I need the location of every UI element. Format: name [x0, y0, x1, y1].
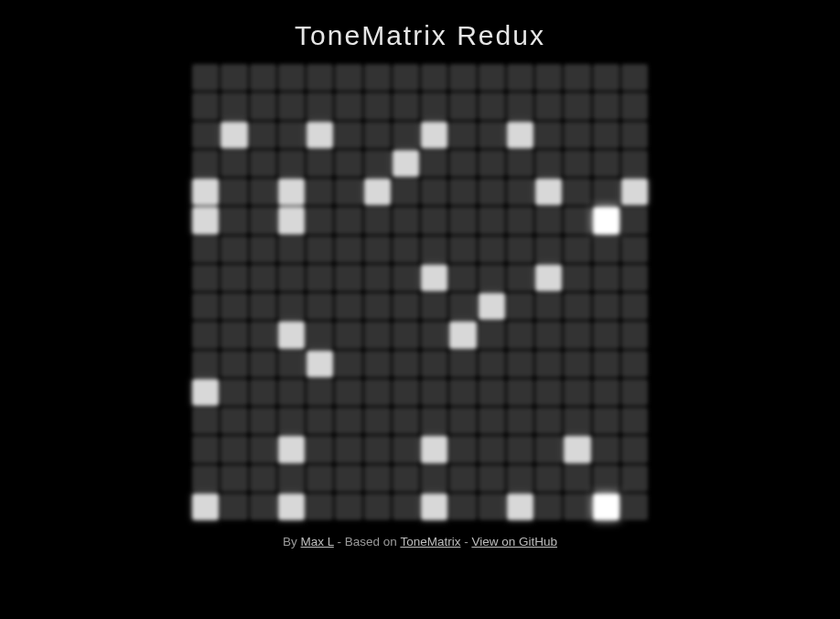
- matrix-cell[interactable]: [421, 494, 447, 520]
- matrix-cell[interactable]: [564, 407, 590, 434]
- matrix-cell[interactable]: [421, 179, 447, 205]
- matrix-cell[interactable]: [507, 379, 533, 406]
- matrix-cell[interactable]: [535, 150, 562, 177]
- matrix-cell[interactable]: [221, 407, 247, 434]
- matrix-cell[interactable]: [535, 293, 562, 320]
- matrix-cell[interactable]: [507, 122, 533, 148]
- matrix-cell[interactable]: [192, 207, 219, 233]
- matrix-cell[interactable]: [564, 379, 590, 406]
- matrix-cell[interactable]: [593, 494, 619, 520]
- matrix-cell[interactable]: [221, 379, 247, 406]
- matrix-cell[interactable]: [621, 64, 648, 91]
- matrix-cell[interactable]: [307, 293, 333, 320]
- matrix-cell[interactable]: [192, 465, 219, 492]
- matrix-cell[interactable]: [335, 179, 361, 205]
- matrix-cell[interactable]: [364, 494, 391, 520]
- matrix-cell[interactable]: [449, 293, 476, 320]
- matrix-cell[interactable]: [479, 179, 505, 205]
- matrix-cell[interactable]: [393, 407, 419, 434]
- matrix-cell[interactable]: [479, 150, 505, 177]
- matrix-cell[interactable]: [192, 150, 219, 177]
- matrix-cell[interactable]: [479, 236, 505, 263]
- matrix-cell[interactable]: [621, 436, 648, 462]
- matrix-cell[interactable]: [278, 407, 305, 434]
- matrix-cell[interactable]: [479, 379, 505, 406]
- matrix-cell[interactable]: [621, 407, 648, 434]
- matrix-cell[interactable]: [621, 122, 648, 148]
- matrix-cell[interactable]: [192, 351, 219, 377]
- matrix-cell[interactable]: [421, 150, 447, 177]
- matrix-cell[interactable]: [507, 92, 533, 119]
- matrix-cell[interactable]: [449, 64, 476, 91]
- matrix-cell[interactable]: [507, 64, 533, 91]
- matrix-cell[interactable]: [564, 122, 590, 148]
- matrix-cell[interactable]: [393, 293, 419, 320]
- matrix-cell[interactable]: [250, 64, 276, 91]
- matrix-cell[interactable]: [278, 293, 305, 320]
- matrix-cell[interactable]: [507, 207, 533, 233]
- matrix-cell[interactable]: [479, 436, 505, 462]
- matrix-cell[interactable]: [307, 207, 333, 233]
- matrix-cell[interactable]: [221, 92, 247, 119]
- matrix-cell[interactable]: [564, 321, 590, 348]
- matrix-cell[interactable]: [250, 465, 276, 492]
- matrix-cell[interactable]: [364, 407, 391, 434]
- matrix-cell[interactable]: [221, 64, 247, 91]
- matrix-cell[interactable]: [621, 236, 648, 263]
- matrix-cell[interactable]: [364, 379, 391, 406]
- matrix-cell[interactable]: [421, 321, 447, 348]
- matrix-cell[interactable]: [221, 321, 247, 348]
- matrix-cell[interactable]: [621, 207, 648, 233]
- matrix-cell[interactable]: [364, 207, 391, 233]
- matrix-cell[interactable]: [335, 293, 361, 320]
- matrix-cell[interactable]: [449, 207, 476, 233]
- matrix-cell[interactable]: [364, 465, 391, 492]
- matrix-cell[interactable]: [564, 179, 590, 205]
- matrix-cell[interactable]: [449, 379, 476, 406]
- matrix-cell[interactable]: [421, 465, 447, 492]
- matrix-cell[interactable]: [507, 436, 533, 462]
- matrix-cell[interactable]: [449, 351, 476, 377]
- matrix-cell[interactable]: [221, 236, 247, 263]
- matrix-cell[interactable]: [307, 92, 333, 119]
- matrix-cell[interactable]: [449, 265, 476, 291]
- matrix-cell[interactable]: [393, 92, 419, 119]
- matrix-cell[interactable]: [621, 92, 648, 119]
- matrix-cell[interactable]: [393, 379, 419, 406]
- matrix-cell[interactable]: [364, 293, 391, 320]
- matrix-cell[interactable]: [479, 465, 505, 492]
- matrix-cell[interactable]: [421, 293, 447, 320]
- matrix-cell[interactable]: [250, 407, 276, 434]
- matrix-cell[interactable]: [250, 122, 276, 148]
- matrix-cell[interactable]: [479, 321, 505, 348]
- matrix-cell[interactable]: [564, 465, 590, 492]
- matrix-cell[interactable]: [335, 92, 361, 119]
- matrix-cell[interactable]: [307, 236, 333, 263]
- matrix-cell[interactable]: [393, 351, 419, 377]
- matrix-cell[interactable]: [335, 351, 361, 377]
- matrix-cell[interactable]: [278, 351, 305, 377]
- tone-matrix[interactable]: [192, 64, 648, 520]
- matrix-cell[interactable]: [393, 207, 419, 233]
- matrix-cell[interactable]: [278, 92, 305, 119]
- matrix-cell[interactable]: [564, 236, 590, 263]
- matrix-cell[interactable]: [393, 265, 419, 291]
- matrix-cell[interactable]: [479, 351, 505, 377]
- matrix-cell[interactable]: [307, 265, 333, 291]
- matrix-cell[interactable]: [593, 436, 619, 462]
- matrix-cell[interactable]: [364, 351, 391, 377]
- matrix-cell[interactable]: [393, 436, 419, 462]
- matrix-cell[interactable]: [593, 265, 619, 291]
- matrix-cell[interactable]: [564, 351, 590, 377]
- matrix-cell[interactable]: [507, 321, 533, 348]
- matrix-cell[interactable]: [335, 122, 361, 148]
- matrix-cell[interactable]: [250, 293, 276, 320]
- matrix-cell[interactable]: [421, 236, 447, 263]
- matrix-cell[interactable]: [335, 150, 361, 177]
- matrix-cell[interactable]: [593, 92, 619, 119]
- matrix-cell[interactable]: [278, 150, 305, 177]
- matrix-cell[interactable]: [192, 64, 219, 91]
- matrix-cell[interactable]: [593, 407, 619, 434]
- matrix-cell[interactable]: [621, 265, 648, 291]
- matrix-cell[interactable]: [250, 265, 276, 291]
